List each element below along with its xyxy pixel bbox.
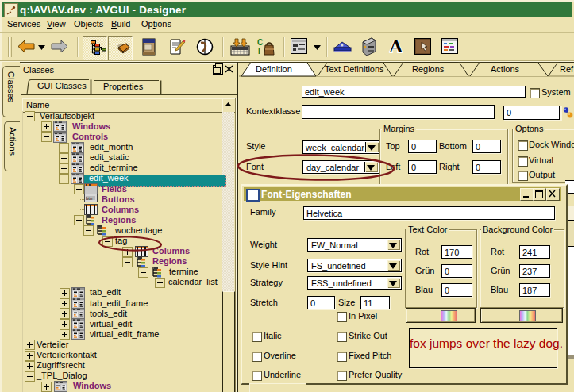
svg-text:I: I [258,47,260,56]
svg-text:btn: btn [86,196,92,201]
svg-text:C: C [257,38,263,47]
